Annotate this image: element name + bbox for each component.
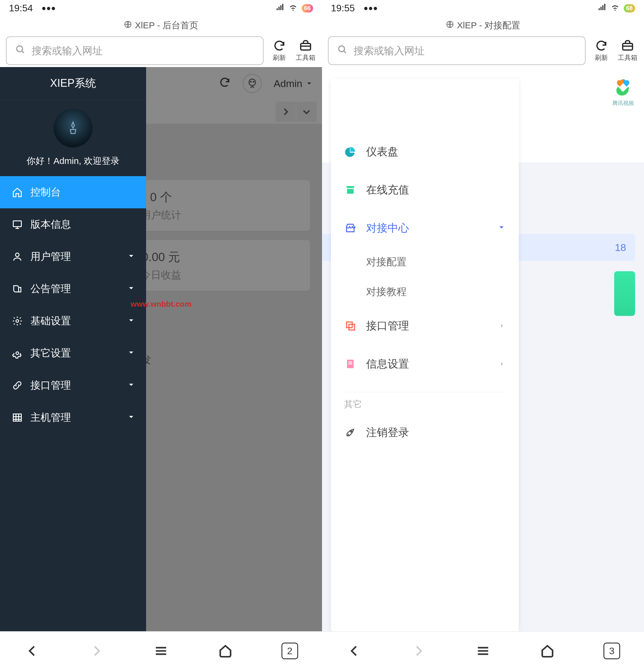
signal-icon bbox=[276, 3, 285, 14]
nav-forward[interactable] bbox=[390, 632, 448, 670]
tab-count: 2 bbox=[281, 643, 298, 659]
battery-badge: 66 bbox=[302, 4, 313, 13]
sidebar-item-host[interactable]: 主机管理 bbox=[0, 401, 146, 434]
chevron-down-icon bbox=[127, 412, 135, 424]
status-bar: 19:55 ••• 68 bbox=[322, 0, 644, 16]
nav-menu[interactable] bbox=[454, 632, 512, 670]
doc-icon bbox=[344, 358, 357, 370]
wifi-icon bbox=[610, 3, 620, 14]
page-title: XlEP - 对接配置 bbox=[457, 19, 521, 31]
nav-tabs[interactable]: 3 bbox=[583, 632, 641, 670]
svg-point-4 bbox=[250, 81, 251, 82]
tab-count: 3 bbox=[603, 643, 620, 659]
svg-rect-18 bbox=[349, 363, 352, 364]
menu-item-logout[interactable]: 注销登录 bbox=[331, 413, 519, 452]
user-avatar[interactable] bbox=[243, 74, 262, 93]
svg-point-7 bbox=[15, 253, 19, 257]
profile-avatar[interactable] bbox=[54, 109, 92, 148]
browser-toolbar: 刷新 工具箱 bbox=[322, 34, 644, 67]
page-title-bar: XlEP - 对接配置 bbox=[322, 16, 644, 34]
sidebar-item-console[interactable]: 控制台 bbox=[0, 176, 146, 208]
nav-home[interactable] bbox=[518, 632, 576, 670]
signal-icon bbox=[597, 3, 606, 14]
svg-point-5 bbox=[253, 81, 254, 82]
action-button[interactable] bbox=[614, 271, 635, 316]
sidebar-profile: 你好！Admin, 欢迎登录 bbox=[0, 100, 146, 176]
nav-back[interactable] bbox=[3, 632, 61, 670]
status-time: 19:55 bbox=[331, 3, 355, 14]
refresh-button[interactable]: 刷新 bbox=[591, 39, 612, 62]
reload-icon[interactable] bbox=[219, 76, 231, 91]
status-more-icon: ••• bbox=[364, 2, 378, 14]
sidebar-item-users[interactable]: 用户管理 bbox=[0, 241, 146, 273]
sidebar-item-version[interactable]: 版本信息 bbox=[0, 208, 146, 241]
chevron-down-icon bbox=[127, 315, 135, 327]
chevron-right-icon bbox=[499, 320, 506, 332]
nav-menu[interactable] bbox=[132, 632, 190, 670]
submenu-item-config[interactable]: 对接配置 bbox=[331, 247, 519, 277]
svg-rect-10 bbox=[13, 414, 22, 421]
toolbox-button[interactable]: 工具箱 bbox=[295, 39, 316, 62]
sidebar-item-other[interactable]: 其它设置 bbox=[0, 337, 146, 369]
svg-point-1 bbox=[17, 46, 23, 52]
nav-home[interactable] bbox=[196, 632, 254, 670]
sidebar-greeting: 你好！Admin, 欢迎登录 bbox=[0, 155, 146, 167]
nav-forward[interactable] bbox=[68, 632, 126, 670]
menu-item-info[interactable]: 信息设置 bbox=[331, 345, 519, 383]
wifi-icon bbox=[289, 3, 298, 14]
battery-badge: 68 bbox=[624, 4, 635, 13]
sidebar-item-basic[interactable]: 基础设置 bbox=[0, 305, 146, 337]
sidebar-item-notice[interactable]: 公告管理 bbox=[0, 273, 146, 305]
svg-point-19 bbox=[351, 431, 352, 432]
menu-item-recharge[interactable]: 在线充值 bbox=[331, 171, 519, 209]
chevron-down-icon bbox=[127, 348, 135, 359]
nav-tabs[interactable]: 2 bbox=[261, 632, 319, 670]
search-icon bbox=[15, 44, 26, 57]
svg-point-9 bbox=[16, 352, 19, 355]
config-sidebar: 仪表盘 在线充值 对接中心 对接配置 对接教程 bbox=[331, 79, 519, 631]
nav-back[interactable] bbox=[325, 632, 383, 670]
refresh-button[interactable]: 刷新 bbox=[269, 39, 290, 62]
user-menu[interactable]: Admin bbox=[274, 78, 313, 90]
menu-item-dashboard[interactable]: 仪表盘 bbox=[331, 133, 519, 171]
address-input[interactable] bbox=[354, 45, 577, 57]
page-title-bar: XlEP - 后台首页 bbox=[0, 16, 322, 34]
status-more-icon: ••• bbox=[42, 2, 56, 14]
svg-point-12 bbox=[339, 46, 345, 52]
search-icon bbox=[337, 44, 347, 57]
config-content: 1955 腾讯视频 18 仪表盘 在线充值 bbox=[322, 67, 644, 631]
svg-rect-6 bbox=[13, 221, 22, 227]
address-bar[interactable] bbox=[6, 36, 264, 65]
svg-rect-17 bbox=[349, 362, 352, 362]
left-pane: 19:54 ••• 66 XlEP - 后台首页 刷新 bbox=[0, 0, 322, 670]
chevron-down-icon bbox=[127, 380, 135, 391]
menu-item-docking[interactable]: 对接中心 bbox=[331, 209, 519, 247]
page-title: XlEP - 后台首页 bbox=[135, 19, 199, 31]
sidebar-brand: XIEP系统 bbox=[0, 67, 146, 100]
browser-toolbar: 刷新 工具箱 bbox=[0, 34, 322, 67]
watermark: www.wnbbt.com bbox=[131, 299, 192, 309]
browser-bottom-nav: 2 bbox=[0, 631, 322, 670]
copy-icon bbox=[344, 320, 357, 332]
expand-button[interactable] bbox=[297, 102, 317, 122]
app-logo[interactable]: 腾讯视频 bbox=[608, 78, 638, 107]
address-bar[interactable] bbox=[328, 36, 586, 65]
menu-item-api[interactable]: 接口管理 bbox=[331, 307, 519, 345]
globe-icon bbox=[124, 20, 132, 31]
toolbox-button[interactable]: 工具箱 bbox=[617, 39, 638, 62]
rocket-icon bbox=[344, 426, 357, 439]
chevron-down-icon bbox=[497, 222, 506, 234]
chevron-down-icon bbox=[127, 283, 135, 295]
shop-icon bbox=[344, 184, 357, 196]
sidebar-menu: 控制台 版本信息 用户管理 公告管理 bbox=[0, 176, 146, 434]
next-button[interactable] bbox=[276, 102, 296, 122]
chevron-down-icon bbox=[127, 251, 135, 263]
browser-bottom-nav: 3 bbox=[322, 631, 644, 670]
status-time: 19:54 bbox=[9, 3, 33, 14]
submenu-item-tutorial[interactable]: 对接教程 bbox=[331, 277, 519, 307]
sidebar-item-api[interactable]: 接口管理 bbox=[0, 369, 146, 401]
right-pane: 19:55 ••• 68 XlEP - 对接配置 刷新 bbox=[322, 0, 644, 670]
globe-icon bbox=[446, 20, 454, 31]
status-bar: 19:54 ••• 66 bbox=[0, 0, 322, 16]
address-input[interactable] bbox=[31, 45, 254, 57]
